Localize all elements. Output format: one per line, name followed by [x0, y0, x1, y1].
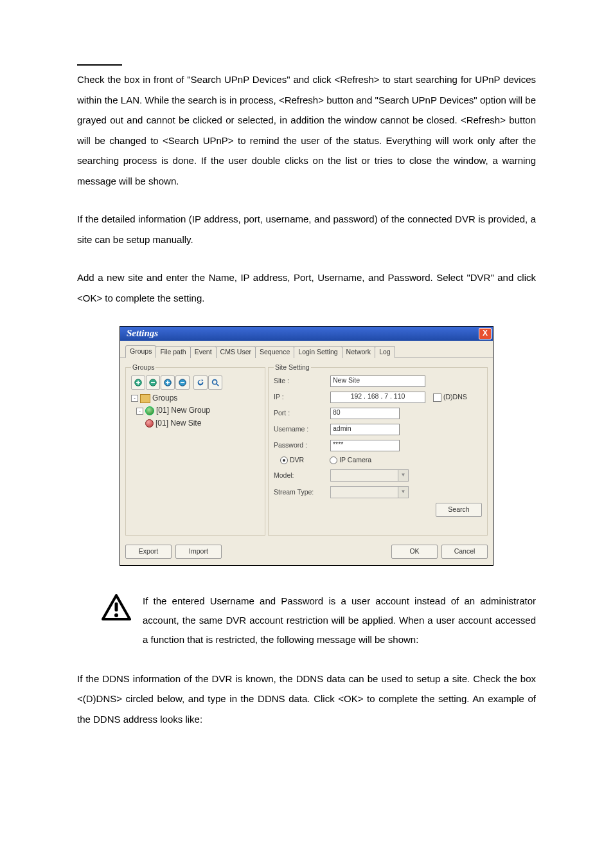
site-input[interactable]: New Site	[330, 375, 425, 387]
tree-root[interactable]: - Groups	[131, 392, 260, 404]
bottom-button-row: Export Import OK Cancel	[120, 541, 493, 565]
tree-site[interactable]: [01] New Site	[131, 417, 260, 429]
tab-cms-user[interactable]: CMS User	[216, 346, 256, 358]
paragraph-4: If the DDNS information of the DVR is kn…	[77, 669, 536, 730]
ddns-label: (D)DNS	[443, 393, 467, 402]
tab-file-path[interactable]: File path	[155, 346, 190, 358]
chevron-down-icon: ▼	[398, 470, 408, 481]
cancel-button[interactable]: Cancel	[441, 545, 488, 559]
tab-login-setting[interactable]: Login Setting	[294, 346, 342, 358]
close-icon[interactable]: X	[479, 328, 492, 339]
svg-rect-4	[151, 382, 155, 383]
tree-root-label: Groups	[152, 392, 177, 404]
note-text: If the entered Username and Password is …	[143, 592, 536, 649]
paragraph-1: Check the box in front of "Search UPnP D…	[77, 69, 536, 191]
groups-legend: Groups	[131, 363, 155, 372]
radio-ipcam-label: IP Camera	[339, 456, 371, 465]
search-device-icon[interactable]	[208, 375, 222, 390]
site-setting-fieldset: Site Setting Site : New Site IP : 192 . …	[268, 363, 488, 536]
username-input[interactable]: admin	[330, 424, 400, 435]
remove-site-icon[interactable]	[175, 375, 190, 390]
radio-ipcam[interactable]	[330, 457, 337, 464]
svg-point-13	[114, 613, 118, 617]
warning-icon	[102, 594, 131, 621]
expand-icon[interactable]: -	[136, 408, 143, 415]
tree-group[interactable]: - [01] New Group	[131, 404, 260, 417]
titlebar: Settings X	[120, 327, 493, 341]
tab-sequence[interactable]: Sequence	[255, 346, 294, 358]
label-stream-type: Stream Type:	[274, 488, 330, 497]
radio-dvr[interactable]	[280, 457, 288, 464]
paragraph-3: Add a new site and enter the Name, IP ad…	[77, 267, 536, 308]
refresh-icon[interactable]	[193, 375, 208, 390]
tab-log[interactable]: Log	[375, 346, 395, 358]
import-button[interactable]: Import	[175, 545, 222, 559]
radio-dvr-label: DVR	[290, 456, 304, 465]
add-site-icon[interactable]	[161, 375, 175, 390]
tab-network[interactable]: Network	[342, 346, 376, 358]
folder-icon	[140, 394, 150, 403]
ip-input[interactable]: 192 . 168 . 7 . 110	[330, 392, 425, 403]
label-password: Password :	[274, 441, 330, 450]
note-block: If the entered Username and Password is …	[77, 592, 536, 649]
label-username: Username :	[274, 425, 330, 434]
search-button[interactable]: Search	[436, 503, 482, 517]
password-input[interactable]: ****	[330, 440, 400, 451]
svg-rect-2	[136, 382, 140, 383]
expand-icon[interactable]: -	[131, 395, 138, 402]
svg-point-10	[213, 380, 217, 384]
label-model: Model:	[274, 471, 330, 480]
model-select[interactable]: ▼	[330, 469, 409, 482]
tab-event[interactable]: Event	[190, 346, 217, 358]
tab-groups[interactable]: Groups	[125, 345, 156, 358]
add-group-icon[interactable]	[131, 375, 145, 390]
groups-fieldset: Groups	[125, 363, 265, 536]
section-divider	[77, 64, 122, 66]
globe-icon	[145, 406, 154, 415]
tree-site-label: [01] New Site	[155, 417, 201, 429]
stream-type-select[interactable]: ▼	[330, 486, 409, 498]
ddns-checkbox[interactable]	[433, 393, 441, 402]
svg-rect-9	[181, 382, 184, 383]
tree-group-label: [01] New Group	[156, 404, 210, 417]
groups-toolbar	[131, 375, 260, 390]
site-dot-icon	[145, 419, 154, 428]
svg-line-11	[217, 384, 219, 386]
svg-rect-12	[115, 602, 118, 611]
label-ip: IP :	[274, 393, 330, 402]
export-button[interactable]: Export	[125, 545, 172, 559]
settings-window: Settings X Groups File path Event CMS Us…	[120, 326, 493, 566]
port-input[interactable]: 80	[330, 408, 400, 419]
groups-tree: - Groups - [01] New Group [01] New Site	[131, 392, 260, 429]
window-title: Settings	[127, 327, 158, 340]
chevron-down-icon: ▼	[398, 487, 408, 498]
site-setting-legend: Site Setting	[274, 363, 311, 372]
paragraph-2: If the detailed information (IP address,…	[77, 209, 536, 249]
label-port: Port :	[274, 409, 330, 418]
remove-group-icon[interactable]	[146, 375, 160, 390]
label-site: Site :	[274, 377, 330, 386]
tab-strip: Groups File path Event CMS User Sequence…	[120, 341, 493, 358]
ok-button[interactable]: OK	[391, 545, 438, 559]
svg-rect-7	[166, 382, 170, 383]
